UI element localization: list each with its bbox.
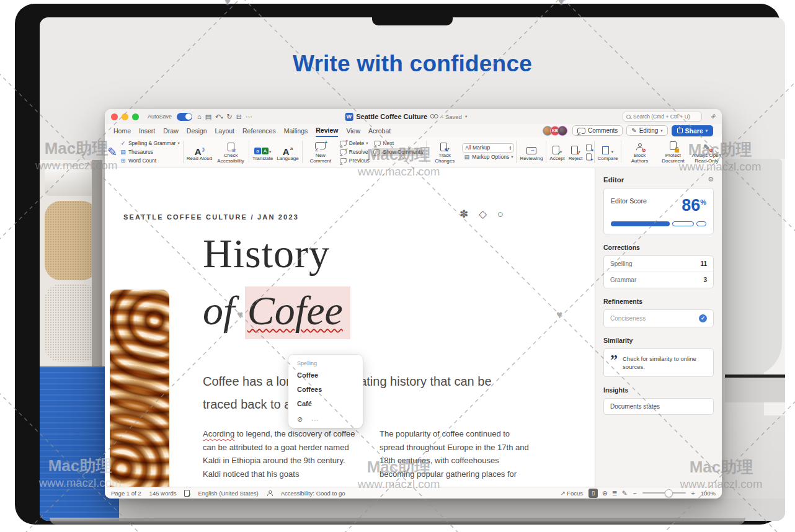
word-count-indicator[interactable]: 145 words xyxy=(149,490,177,497)
change-navigation-group xyxy=(585,143,592,161)
save-icon[interactable]: ▤ xyxy=(205,113,211,120)
accessibility-status[interactable]: Accessibility: Good to go xyxy=(281,490,345,497)
zoom-level[interactable]: 100% xyxy=(701,490,716,497)
block-authors-button[interactable]: ⊘ Block Authors xyxy=(623,140,655,164)
editing-mode-button[interactable]: ✎ Editing ▾ xyxy=(626,125,667,136)
gear-icon[interactable]: ⚙ xyxy=(708,175,714,184)
focus-mode-button[interactable]: ↗ Focus xyxy=(560,490,582,497)
search-box[interactable] xyxy=(623,112,702,122)
ribbon-divider xyxy=(183,141,184,163)
comment-bubble-icon xyxy=(577,128,585,134)
outline-view-icon[interactable]: ≣ xyxy=(612,489,618,497)
minimize-window-button[interactable] xyxy=(122,113,128,120)
tab-home[interactable]: Home xyxy=(113,125,131,136)
suggestion-item[interactable]: Coffee xyxy=(297,371,354,379)
reject-change-button[interactable]: ▾ Reject xyxy=(567,143,584,161)
close-window-button[interactable] xyxy=(111,113,118,120)
read-aloud-button[interactable]: A)) Read Aloud xyxy=(185,143,213,161)
tab-references[interactable]: References xyxy=(242,125,276,136)
proofing-status-icon[interactable] xyxy=(184,490,190,497)
draft-view-icon[interactable]: ✎ xyxy=(622,489,628,497)
print-icon[interactable]: ⊟ xyxy=(236,113,242,120)
comments-button[interactable]: Comments xyxy=(572,125,623,136)
chevron-down-icon[interactable]: ▾ xyxy=(465,114,467,119)
word-count-button[interactable]: ⊞ Word Count xyxy=(118,157,181,165)
document-page[interactable]: SEATTLE COFFEE CULTURE / JAN 2023 ✽ ◇ ○ … xyxy=(105,168,595,487)
progress-outline-segment xyxy=(696,221,706,226)
more-commands-icon[interactable]: ⋯ xyxy=(246,113,252,120)
share-button[interactable]: Share ▾ xyxy=(672,125,713,136)
page-indicator[interactable]: Page 1 of 2 xyxy=(111,490,141,497)
protect-document-button[interactable]: Protect Document xyxy=(657,140,689,164)
reviewing-pane-button[interactable]: Reviewing xyxy=(518,143,544,161)
reject-change-icon: ▾ xyxy=(571,143,580,154)
previous-comment-button[interactable]: Previous xyxy=(338,157,424,165)
suggestion-item[interactable]: Café xyxy=(297,400,354,407)
markup-options-button[interactable]: ▤ Markup Options ▾ xyxy=(462,153,514,161)
language-button[interactable]: Aa Language xyxy=(275,143,300,161)
proofing-group: ✓ Spelling & Grammar ▾ ▤ Thesaurus ⊞ Wor… xyxy=(118,140,181,165)
autosave-toggle[interactable] xyxy=(177,113,192,121)
tab-design[interactable]: Design xyxy=(187,125,207,136)
misspelled-word[interactable]: Acording xyxy=(203,429,234,438)
tab-acrobat[interactable]: Acrobat xyxy=(368,125,391,136)
insights-card: Documents states xyxy=(603,398,714,415)
track-changes-button[interactable]: ▾ Track Changes xyxy=(429,140,461,164)
accept-change-button[interactable]: ▾ Accept xyxy=(548,143,566,161)
correction-row-grammar[interactable]: Grammar 3 xyxy=(604,272,713,288)
web-layout-view-icon[interactable]: ⊕ xyxy=(602,489,608,497)
tab-view[interactable]: View xyxy=(346,125,360,136)
zoom-out-icon[interactable]: − xyxy=(633,489,636,497)
thesaurus-button[interactable]: ▤ Thesaurus xyxy=(118,148,181,156)
insight-row[interactable]: Documents states xyxy=(604,399,713,414)
print-layout-view-icon[interactable]: ▯ xyxy=(588,489,598,498)
similarity-card[interactable]: ” Check for similarity to online sources… xyxy=(603,348,714,377)
zoom-window-button[interactable] xyxy=(132,113,139,120)
compare-icon: ▾ xyxy=(602,143,613,154)
share-link-icon[interactable]: ∞ xyxy=(709,112,717,120)
resolve-comment-button[interactable]: Resolve xyxy=(338,148,370,156)
ribbon-divider xyxy=(594,141,595,163)
tab-review[interactable]: Review xyxy=(316,125,338,137)
latte-art-image xyxy=(110,290,169,487)
zoom-slider[interactable] xyxy=(642,492,686,494)
more-options-icon[interactable]: ··· xyxy=(311,416,318,423)
ignore-icon[interactable]: ⊘ xyxy=(297,415,303,423)
translate-button[interactable]: aA▾ Translate xyxy=(251,143,274,161)
correction-row-spelling[interactable]: Spelling 11 xyxy=(604,256,713,272)
editor-score-card[interactable]: Editor Score 86% xyxy=(603,188,714,234)
home-icon[interactable]: ⌂ xyxy=(197,113,202,120)
suggestion-item[interactable]: Coffees xyxy=(297,386,354,393)
previous-change-icon[interactable] xyxy=(586,144,592,151)
always-open-read-only-button[interactable]: ✎⊘ Always Open Read-Only xyxy=(690,140,722,164)
document-area: SEATTLE COFFEE CULTURE / JAN 2023 ✽ ◇ ○ … xyxy=(105,168,722,487)
spelling-grammar-button[interactable]: ✓ Spelling & Grammar ▾ xyxy=(118,140,181,148)
markup-group: All Markup ▴▾ ▤ Markup Options ▾ xyxy=(462,143,514,161)
refinement-row-conciseness[interactable]: Conciseness xyxy=(604,310,713,327)
markup-view-select[interactable]: All Markup ▴▾ xyxy=(462,143,514,153)
compare-button[interactable]: ▾ Compare xyxy=(597,143,620,161)
screenshot-root: Write with confidence AutoSave ⌂ ▤ ↶▾ ↻ … xyxy=(0,0,795,532)
check-accessibility-button[interactable]: Check Accessibility xyxy=(215,140,247,164)
tab-draw[interactable]: Draw xyxy=(163,125,179,136)
avatar[interactable] xyxy=(557,126,567,136)
search-icon xyxy=(626,115,631,119)
next-change-icon[interactable] xyxy=(586,153,592,160)
editor-pen-icon[interactable]: ✎ xyxy=(107,145,117,159)
tab-layout[interactable]: Layout xyxy=(215,125,234,136)
show-comments-button[interactable]: Show Comments xyxy=(371,148,424,156)
protect-document-icon xyxy=(670,140,677,151)
zoom-in-icon[interactable]: + xyxy=(691,489,695,497)
refinements-card: Conciseness xyxy=(603,309,714,327)
tab-mailings[interactable]: Mailings xyxy=(284,125,308,136)
tab-insert[interactable]: Insert xyxy=(139,125,155,136)
new-comment-button[interactable]: New Comment xyxy=(304,140,337,164)
search-input[interactable] xyxy=(633,113,698,120)
misspelled-word-highlight[interactable]: Cofee xyxy=(245,286,350,339)
next-comment-button[interactable]: Next xyxy=(372,140,395,148)
delete-comment-button[interactable]: Delete ▾ xyxy=(338,140,370,148)
redo-icon[interactable]: ↻ xyxy=(227,113,233,120)
undo-icon[interactable]: ↶▾ xyxy=(215,113,223,120)
language-indicator[interactable]: English (United States) xyxy=(198,490,258,497)
accessibility-icon xyxy=(267,490,272,495)
